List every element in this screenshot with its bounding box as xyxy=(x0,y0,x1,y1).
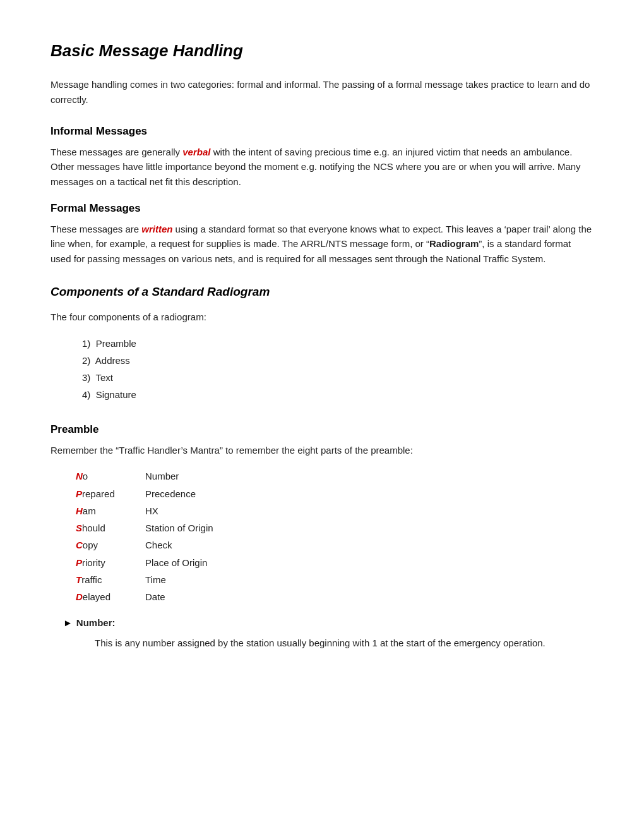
preamble-item-delayed: Delayed xyxy=(76,589,145,604)
verbal-label: verbal xyxy=(182,147,210,157)
arrow-icon: ► xyxy=(63,615,73,630)
informal-messages-text: These messages are generally verbal with… xyxy=(51,145,593,189)
list-item: Prepared Precedence xyxy=(76,486,593,501)
intro-paragraph: Message handling comes in two categories… xyxy=(51,77,593,107)
number-heading-row: ► Number: xyxy=(63,615,593,630)
preamble-item-traffic: Traffic xyxy=(76,572,145,587)
radiogram-label: Radiogram xyxy=(429,238,479,249)
preamble-list: No Number Prepared Precedence Ham HX Sho… xyxy=(76,469,593,604)
preamble-section: Preamble Remember the “Traffic Handler’s… xyxy=(51,421,593,650)
preamble-heading: Preamble xyxy=(51,421,593,438)
formal-messages-heading: Formal Messages xyxy=(51,200,593,217)
page-title: Basic Message Handling xyxy=(51,38,593,63)
preamble-desc-delayed: Date xyxy=(145,589,593,604)
components-intro: The four components of a radiogram: xyxy=(51,310,593,324)
preamble-desc-ham: HX xyxy=(145,504,593,518)
preamble-intro: Remember the “Traffic Handler’s Mantra” … xyxy=(51,443,593,457)
list-item: No Number xyxy=(76,469,593,483)
informal-messages-heading: Informal Messages xyxy=(51,123,593,140)
components-heading: Components of a Standard Radiogram xyxy=(51,282,593,301)
list-item: Should Station of Origin xyxy=(76,521,593,535)
preamble-item-priority: Priority xyxy=(76,555,145,570)
preamble-desc-copy: Check xyxy=(145,538,593,552)
list-item: Traffic Time xyxy=(76,572,593,587)
components-list: 1) Preamble 2) Address 3) Text 4) Signat… xyxy=(82,336,593,402)
number-label: Number: xyxy=(76,615,116,630)
list-item: 3) Text xyxy=(82,370,593,385)
list-item: Copy Check xyxy=(76,538,593,552)
preamble-item-should: Should xyxy=(76,521,145,535)
preamble-item-prepared: Prepared xyxy=(76,486,145,501)
preamble-desc-priority: Place of Origin xyxy=(145,555,593,570)
formal-messages-text: These messages are written using a stand… xyxy=(51,222,593,266)
preamble-item-copy: Copy xyxy=(76,538,145,552)
preamble-desc-prepared: Precedence xyxy=(145,486,593,501)
preamble-item-no: No xyxy=(76,469,145,483)
number-section: ► Number: This is any number assigned by… xyxy=(63,615,593,650)
preamble-desc-traffic: Time xyxy=(145,572,593,587)
list-item: 4) Signature xyxy=(82,387,593,402)
number-description: This is any number assigned by the stati… xyxy=(95,636,593,650)
list-item: 1) Preamble xyxy=(82,336,593,351)
list-item: Ham HX xyxy=(76,504,593,518)
list-item: 2) Address xyxy=(82,353,593,368)
preamble-desc-no: Number xyxy=(145,469,593,483)
written-label: written xyxy=(141,224,172,234)
preamble-desc-should: Station of Origin xyxy=(145,521,593,535)
list-item: Delayed Date xyxy=(76,589,593,604)
preamble-item-ham: Ham xyxy=(76,504,145,518)
list-item: Priority Place of Origin xyxy=(76,555,593,570)
